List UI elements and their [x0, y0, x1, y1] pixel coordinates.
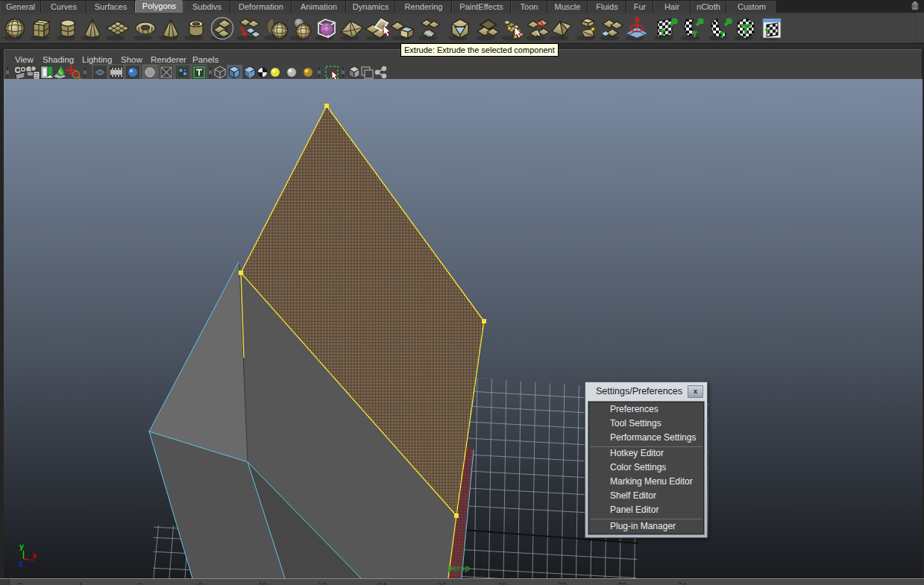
svg-text:persp: persp	[447, 563, 470, 572]
svg-text:z: z	[19, 560, 23, 569]
svg-text:x: x	[32, 552, 37, 560]
svg-text:y: y	[19, 543, 24, 551]
